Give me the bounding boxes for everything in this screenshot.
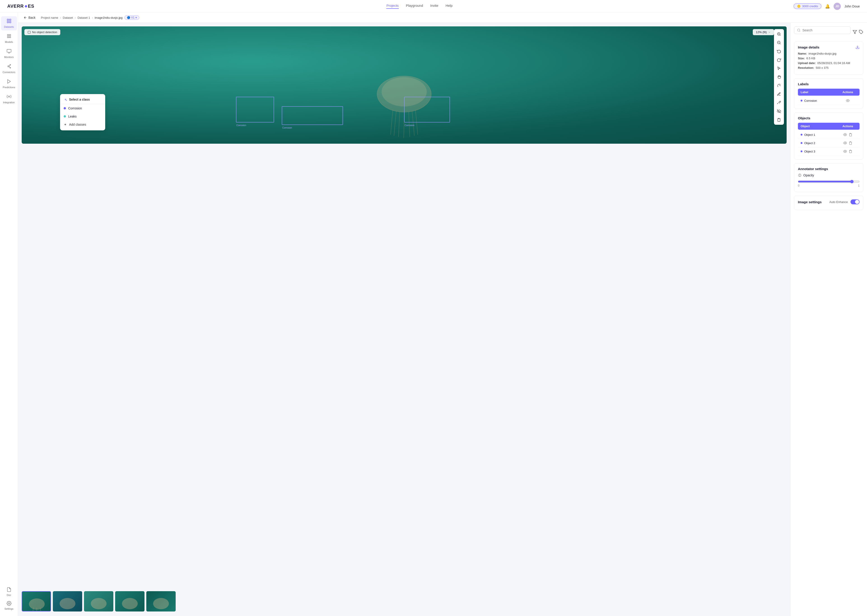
nav-help[interactable]: Help [446,4,452,9]
opacity-slider-container: 0 1 [798,180,859,187]
class-item-leaks[interactable]: Leaks [60,112,105,121]
version-chevron: ▾ [136,16,137,19]
hand-tool[interactable] [775,73,783,81]
object-visibility-icon-2[interactable] [843,149,847,153]
toggle-knob [855,200,859,204]
sidebar-item-predictions[interactable]: Predictions [1,77,17,91]
label-name-0: Corrosion [801,99,839,102]
pointer-tool[interactable] [775,64,783,72]
auto-enhance-label: Auto Enhance [829,200,848,204]
breadcrumb-project[interactable]: Project name [41,16,58,19]
zoom-label: 12% (fit) [756,30,767,34]
object-visibility-icon-1[interactable] [843,141,847,145]
class-item-corrosion[interactable]: Corrosion [60,104,105,112]
sidebar-item-datasets[interactable]: Datasets [1,16,17,30]
object-delete-icon-1[interactable] [849,141,852,145]
select-class-title: Select a class [69,97,90,101]
class-name-leaks: Leaks [68,115,77,118]
svg-rect-5 [9,35,11,36]
undo-tool[interactable] [775,47,783,55]
jellyfish-svg [348,49,460,144]
select-class-dropdown: Select a class Corrosion Leaks [60,94,105,130]
breadcrumb-dataset[interactable]: Dataset [63,16,73,19]
sidebar-label-predictions: Predictions [3,86,15,89]
breadcrumb-dataset1[interactable]: Dataset 1 [77,16,90,19]
nav-invite[interactable]: Invite [430,4,438,9]
download-icon[interactable] [856,45,859,49]
label-dot-0 [801,100,802,102]
topnav-right: 🪙 3000 credits 🔔 JD John Doue [794,3,860,10]
object-delete-icon-0[interactable] [849,133,852,137]
thumb-4[interactable] [115,591,145,611]
add-class-item[interactable]: Add classes [60,121,105,129]
sidebar-item-monitors[interactable]: Monitors [1,46,17,61]
lasso-tool[interactable] [775,82,783,90]
integration-icon [6,94,11,100]
auto-enhance-group: Auto Enhance [829,200,859,204]
thumb-1[interactable] [22,591,51,611]
filter-icon[interactable] [853,30,857,34]
nav-projects[interactable]: Projects [386,4,399,9]
zoom-in-tool[interactable] [775,30,783,38]
hide-tool[interactable] [775,107,783,115]
svg-point-37 [60,598,76,609]
svg-rect-10 [7,49,11,52]
zoom-out-tool[interactable] [775,39,783,47]
svg-point-20 [8,603,10,604]
object-actions-0 [839,133,857,137]
object-delete-icon-2[interactable] [849,149,852,153]
zoom-badge[interactable]: 12% (fit) [753,29,774,35]
sidebar-item-doc[interactable]: Doc [1,585,17,599]
thumb-5[interactable] [146,591,176,611]
sidebar-item-integration[interactable]: Integration [1,92,17,106]
auto-enhance-toggle[interactable] [851,200,859,204]
sidebar-item-models[interactable]: Models [1,31,17,46]
pen-tool[interactable] [775,90,783,98]
svg-line-30 [780,43,780,44]
canvas-tools [774,29,784,125]
object-row-0: Object 1 [798,130,859,139]
no-detection-badge[interactable]: No object detection [24,29,60,35]
delete-tool[interactable] [775,116,783,124]
opacity-slider[interactable] [798,180,859,183]
select-class-header: Select a class [60,96,105,104]
svg-point-48 [845,143,845,143]
thumb-2[interactable] [53,591,82,611]
datasets-icon [6,19,11,25]
bbox-1[interactable]: Corrosion [236,97,274,123]
label-visibility-icon-0[interactable] [846,99,850,102]
logo: AVERRES [7,4,34,9]
labels-title: Labels [798,82,859,86]
svg-rect-0 [7,19,8,20]
labels-col-label: Label [801,90,839,94]
sidebar-item-connectors[interactable]: Connectors [1,61,17,76]
annotator-settings-title: Annotator settings [798,167,859,171]
objects-title: Objects [798,116,859,120]
object-row-1: Object 2 [798,139,859,147]
search-input[interactable] [802,28,848,32]
bbox-3[interactable]: Corrosion [404,97,450,123]
tag-icon[interactable] [859,30,863,34]
sidebar-label-doc: Doc [7,594,11,596]
object-visibility-icon-0[interactable] [843,133,847,137]
back-button[interactable]: Back [24,16,35,19]
bbox-2[interactable]: Corrosion [282,106,343,125]
content-area: No object detection 12% (fit) [18,23,867,616]
sidebar-item-settings[interactable]: Settings [1,599,17,612]
version-badge[interactable]: 🔵 V1 ▾ [125,15,139,20]
svg-point-39 [122,598,138,609]
thumb-3[interactable] [84,591,113,611]
brush-tool[interactable] [775,99,783,107]
no-detection-label: No object detection [32,30,57,34]
nav-playground[interactable]: Playground [406,4,423,9]
models-icon [6,34,11,40]
credits-label: 3000 credits [802,5,818,8]
object-name-1: Object 2 [801,141,839,145]
version-icon: 🔵 [127,16,130,19]
bell-icon[interactable]: 🔔 [825,4,830,9]
doc-icon [6,587,11,593]
image-details-card: Image details Name: image1hdiu-dusjo.jpg… [794,41,863,75]
credits-badge[interactable]: 🪙 3000 credits [794,3,821,9]
redo-tool[interactable] [775,56,783,64]
objects-col-label: Object [801,124,839,128]
